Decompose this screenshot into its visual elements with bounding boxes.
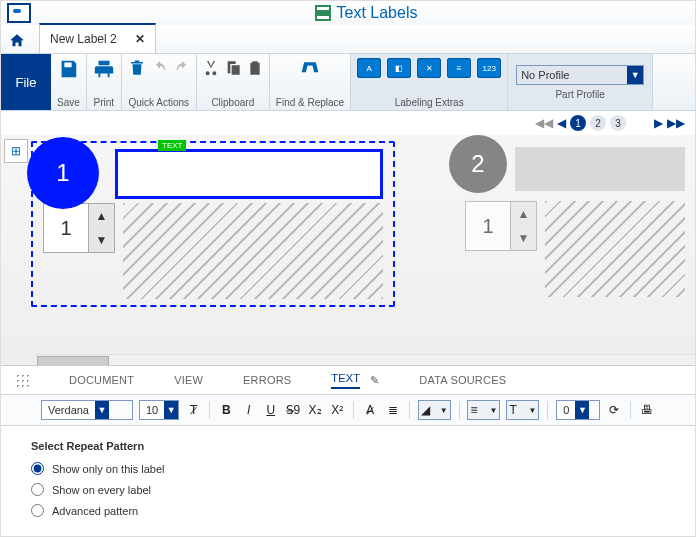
- step-down-icon[interactable]: ▼: [510, 226, 536, 250]
- grip-icon[interactable]: [15, 373, 29, 387]
- document-tabs: New Label 2 ✕: [1, 25, 695, 53]
- undo-icon: [152, 60, 168, 76]
- opt-this-label[interactable]: Show only on this label: [31, 462, 665, 475]
- opt-advanced-radio[interactable]: [31, 504, 44, 517]
- clear-fmt-button[interactable]: A̷: [362, 401, 378, 419]
- font-dropdown[interactable]: Verdana▼: [41, 400, 133, 420]
- card-badge: 1: [27, 137, 99, 209]
- chevron-down-icon: ▼: [627, 66, 643, 84]
- list-button[interactable]: ≣: [385, 401, 401, 419]
- bold-button[interactable]: B: [218, 401, 234, 419]
- save-icon: [57, 58, 79, 80]
- extra-icon-1[interactable]: A: [357, 58, 381, 78]
- step-down-icon[interactable]: ▼: [88, 228, 114, 252]
- profile-dropdown[interactable]: No Profile ▼: [516, 65, 644, 85]
- repeat-pattern-panel: Select Repeat Pattern Show only on this …: [1, 426, 695, 537]
- print-icon: [93, 58, 115, 80]
- labels-icon: [315, 5, 331, 21]
- superscript-button[interactable]: X²: [329, 401, 345, 419]
- size-dropdown[interactable]: 10▼: [139, 400, 179, 420]
- quantity-stepper[interactable]: 1 ▲▼: [465, 201, 537, 251]
- text-tag: TEXT: [158, 140, 186, 151]
- tab-new-label-2[interactable]: New Label 2 ✕: [39, 23, 156, 53]
- ribbon-group-find[interactable]: Find & Replace: [270, 54, 351, 110]
- align-h-button[interactable]: ≡▼: [467, 400, 500, 420]
- label-card-2[interactable]: 2 1 ▲▼: [455, 141, 695, 303]
- fill-color-button[interactable]: ◢▼: [418, 400, 451, 420]
- label-card-1[interactable]: 1 TEXT 1 ▲▼: [31, 141, 395, 307]
- opt-advanced-label[interactable]: Advanced pattern: [31, 504, 665, 517]
- pencil-icon[interactable]: ✎: [370, 374, 379, 387]
- close-icon[interactable]: ✕: [135, 32, 145, 46]
- card-badge: 2: [449, 135, 507, 193]
- repeat-heading: Select Repeat Pattern: [31, 440, 665, 452]
- tab-text[interactable]: TEXT: [331, 372, 360, 389]
- spacing-dropdown[interactable]: 0▼: [556, 400, 599, 420]
- app-logo-icon: [7, 3, 31, 23]
- page-2[interactable]: 2: [590, 115, 606, 131]
- tab-errors[interactable]: ERRORS: [243, 374, 291, 386]
- nav-first-icon[interactable]: ◀◀: [535, 116, 553, 130]
- page-3[interactable]: 3: [610, 115, 626, 131]
- ruler-icon[interactable]: ⊞: [4, 139, 28, 163]
- ribbon-group-print[interactable]: Print: [87, 54, 122, 110]
- text-field[interactable]: TEXT: [115, 149, 383, 199]
- format-toolbar: Verdana▼ 10▼ T̷ B I U S̶9 X₂ X² A̷ ≣ ◢▼ …: [1, 394, 695, 426]
- nav-prev-icon[interactable]: ◀: [557, 116, 566, 130]
- profile-label: Part Profile: [555, 89, 604, 100]
- ribbon-group-quick-actions[interactable]: Quick Actions: [122, 54, 197, 110]
- ribbon: File Save Print Quick Actions Clipboard: [1, 53, 695, 111]
- opt-every-radio[interactable]: [31, 483, 44, 496]
- print-fmt-button[interactable]: 🖶: [639, 401, 655, 419]
- tab-view[interactable]: VIEW: [174, 374, 203, 386]
- page-1[interactable]: 1: [570, 115, 586, 131]
- rotate-button[interactable]: ⟳: [606, 401, 622, 419]
- step-up-icon[interactable]: ▲: [510, 202, 536, 226]
- opt-every-label[interactable]: Show on every label: [31, 483, 665, 496]
- font-size-icon[interactable]: T̷: [185, 401, 201, 419]
- extra-icon-2[interactable]: ◧: [387, 58, 411, 78]
- italic-button[interactable]: I: [240, 401, 256, 419]
- tab-document[interactable]: DOCUMENT: [69, 374, 134, 386]
- text-field[interactable]: [515, 147, 685, 191]
- tab-label: New Label 2: [50, 32, 117, 46]
- ribbon-group-profile: No Profile ▼ Part Profile: [508, 54, 653, 110]
- trash-icon: [128, 58, 146, 78]
- align-v-button[interactable]: T▼: [506, 400, 539, 420]
- tab-data-sources[interactable]: DATA SOURCES: [419, 374, 506, 386]
- title-bar: Text Labels: [1, 1, 695, 25]
- profile-value: No Profile: [521, 69, 569, 81]
- extra-icon-3[interactable]: ✕: [417, 58, 441, 78]
- cut-icon: [203, 58, 219, 78]
- home-icon[interactable]: [5, 29, 29, 53]
- underline-button[interactable]: U: [263, 401, 279, 419]
- quantity-stepper[interactable]: 1 ▲▼: [43, 203, 115, 253]
- extra-icon-4[interactable]: ≡: [447, 58, 471, 78]
- placeholder-area: [123, 203, 383, 299]
- step-up-icon[interactable]: ▲: [88, 204, 114, 228]
- file-button[interactable]: File: [1, 54, 51, 110]
- strike-button[interactable]: S̶9: [285, 401, 301, 419]
- opt-this-radio[interactable]: [31, 462, 44, 475]
- canvas[interactable]: ⊞ 1 TEXT 1 ▲▼ 2: [1, 135, 695, 369]
- extra-icon-5[interactable]: 123: [477, 58, 501, 78]
- ribbon-group-clipboard[interactable]: Clipboard: [197, 54, 270, 110]
- ribbon-group-save[interactable]: Save: [51, 54, 87, 110]
- properties-panel: DOCUMENT VIEW ERRORS TEXT ✎ DATA SOURCES…: [1, 365, 695, 536]
- nav-last-icon[interactable]: ▶▶: [667, 116, 685, 130]
- subscript-button[interactable]: X₂: [307, 401, 323, 419]
- paste-icon: [247, 58, 263, 78]
- redo-icon: [174, 60, 190, 76]
- page-nav: ◀◀ ◀ 1 2 3 ▶ ▶▶: [1, 111, 695, 135]
- copy-icon: [225, 58, 241, 78]
- ribbon-group-extras[interactable]: A ◧ ✕ ≡ 123 Labeling Extras: [351, 54, 508, 110]
- binoculars-icon: [299, 58, 321, 78]
- nav-next-icon[interactable]: ▶: [654, 116, 663, 130]
- app-title: Text Labels: [337, 4, 418, 22]
- placeholder-area: [545, 201, 685, 297]
